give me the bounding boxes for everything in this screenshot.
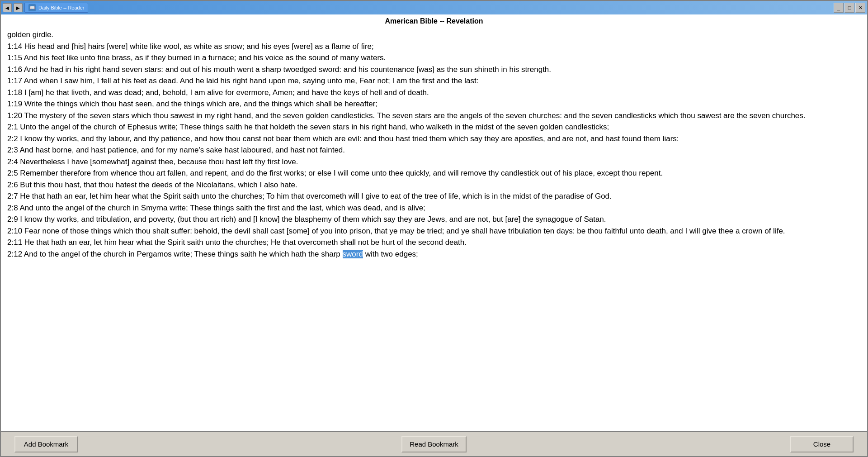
nav-back-btn[interactable]: ◀ <box>3 3 12 12</box>
close-window-btn[interactable]: ✕ <box>855 3 865 13</box>
verse-2-2: 2:2 I know thy works, and thy labour, an… <box>7 133 863 145</box>
verse-1-14: 1:14 His head and [his] hairs [were] whi… <box>7 41 863 52</box>
read-bookmark-button[interactable]: Read Bookmark <box>401 436 467 452</box>
page-title: American Bible -- Revelation <box>1 14 867 28</box>
verse-2-4: 2:4 Nevertheless I have [somewhat] again… <box>7 156 863 168</box>
highlighted-word-sword: sword <box>343 250 363 258</box>
verse-2-3: 2:3 And hast borne, and hast patience, a… <box>7 144 863 156</box>
verse-1-15: 1:15 And his feet like unto fine brass, … <box>7 52 863 64</box>
verse-2-12: 2:12 And to the angel of the church in P… <box>7 248 863 260</box>
close-button[interactable]: Close <box>790 436 854 452</box>
maximize-btn[interactable]: □ <box>844 3 854 13</box>
content-area: American Bible -- Revelation golden gird… <box>1 14 867 431</box>
verse-1-19: 1:19 Write the things which thou hast se… <box>7 98 863 110</box>
verse-2-9: 2:9 I know thy works, and tribulation, a… <box>7 214 863 225</box>
main-window: ◀ ▶ 📖 Daily Bible -- Reader _ □ ✕ Americ… <box>0 0 868 457</box>
verse-2-7: 2:7 He that hath an ear, let him hear wh… <box>7 190 863 202</box>
verse-2-5: 2:5 Remember therefore from whence thou … <box>7 167 863 179</box>
title-bar-left: ◀ ▶ 📖 Daily Bible -- Reader <box>3 3 88 13</box>
app-title-btn[interactable]: 📖 Daily Bible -- Reader <box>24 3 88 13</box>
bottom-bar: Add Bookmark Read Bookmark Close <box>1 431 867 456</box>
verse-1-17: 1:17 And when I saw him, I fell at his f… <box>7 75 863 87</box>
verse-1-16: 1:16 And he had in his right hand seven … <box>7 64 863 76</box>
verse-2-8: 2:8 And unto the angel of the church in … <box>7 202 863 214</box>
nav-forward-btn[interactable]: ▶ <box>14 3 23 12</box>
title-bar: ◀ ▶ 📖 Daily Bible -- Reader _ □ ✕ <box>1 1 867 14</box>
bible-text-content[interactable]: golden girdle. 1:14 His head and [his] h… <box>1 28 867 431</box>
verse-1-18: 1:18 I [am] he that liveth, and was dead… <box>7 87 863 99</box>
verse-intro: golden girdle. <box>7 29 863 41</box>
minimize-btn[interactable]: _ <box>834 3 844 13</box>
app-icon: 📖 <box>28 4 36 11</box>
verse-2-11: 2:11 He that hath an ear, let him hear w… <box>7 237 863 248</box>
verse-1-20: 1:20 The mystery of the seven stars whic… <box>7 110 863 122</box>
add-bookmark-button[interactable]: Add Bookmark <box>14 436 78 452</box>
window-controls: _ □ ✕ <box>834 3 865 13</box>
verse-2-1: 2:1 Unto the angel of the church of Ephe… <box>7 121 863 133</box>
verse-2-6: 2:6 But this thou hast, that thou hatest… <box>7 179 863 191</box>
app-title-label: Daily Bible -- Reader <box>38 5 84 10</box>
verse-2-10: 2:10 Fear none of those things which tho… <box>7 225 863 237</box>
